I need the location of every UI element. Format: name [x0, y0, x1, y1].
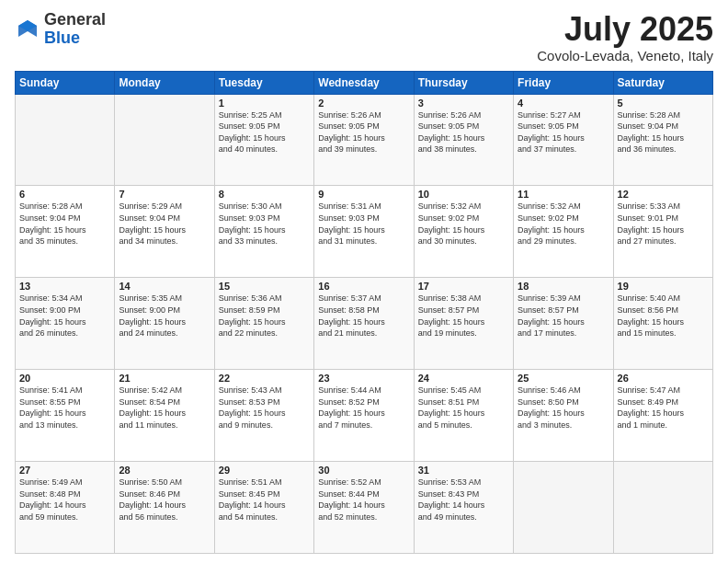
day-info: Sunrise: 5:45 AM Sunset: 8:51 PM Dayligh… [418, 385, 509, 431]
calendar-cell: 22Sunrise: 5:43 AM Sunset: 8:53 PM Dayli… [214, 370, 313, 462]
calendar-cell: 8Sunrise: 5:30 AM Sunset: 9:03 PM Daylig… [214, 186, 313, 278]
day-info: Sunrise: 5:52 AM Sunset: 8:44 PM Dayligh… [318, 477, 409, 523]
day-number: 8 [219, 189, 310, 200]
day-number: 4 [518, 98, 609, 109]
day-info: Sunrise: 5:30 AM Sunset: 9:03 PM Dayligh… [219, 201, 310, 247]
day-info: Sunrise: 5:46 AM Sunset: 8:50 PM Dayligh… [518, 385, 609, 431]
day-info: Sunrise: 5:39 AM Sunset: 8:57 PM Dayligh… [518, 293, 609, 339]
day-number: 15 [219, 281, 310, 292]
calendar-cell: 3Sunrise: 5:26 AM Sunset: 9:05 PM Daylig… [414, 94, 513, 186]
day-info: Sunrise: 5:43 AM Sunset: 8:53 PM Dayligh… [219, 385, 310, 431]
col-thursday: Thursday [414, 71, 513, 94]
day-number: 12 [618, 189, 709, 200]
day-info: Sunrise: 5:32 AM Sunset: 9:02 PM Dayligh… [418, 201, 509, 247]
calendar-table: Sunday Monday Tuesday Wednesday Thursday… [15, 71, 713, 554]
calendar-cell: 25Sunrise: 5:46 AM Sunset: 8:50 PM Dayli… [514, 370, 613, 462]
calendar-cell [115, 94, 214, 186]
header: General Blue July 2025 Covolo-Levada, Ve… [15, 11, 713, 63]
day-info: Sunrise: 5:33 AM Sunset: 9:01 PM Dayligh… [618, 201, 709, 247]
day-number: 1 [219, 98, 310, 109]
col-tuesday: Tuesday [214, 71, 313, 94]
calendar-cell: 29Sunrise: 5:51 AM Sunset: 8:45 PM Dayli… [214, 462, 313, 554]
day-number: 14 [119, 281, 210, 292]
calendar-cell: 18Sunrise: 5:39 AM Sunset: 8:57 PM Dayli… [514, 278, 613, 370]
day-number: 20 [19, 373, 110, 384]
calendar-cell: 20Sunrise: 5:41 AM Sunset: 8:55 PM Dayli… [16, 370, 115, 462]
calendar-cell: 5Sunrise: 5:28 AM Sunset: 9:04 PM Daylig… [613, 94, 712, 186]
day-info: Sunrise: 5:40 AM Sunset: 8:56 PM Dayligh… [618, 293, 709, 339]
day-info: Sunrise: 5:29 AM Sunset: 9:04 PM Dayligh… [119, 201, 210, 247]
calendar-cell: 10Sunrise: 5:32 AM Sunset: 9:02 PM Dayli… [414, 186, 513, 278]
day-info: Sunrise: 5:38 AM Sunset: 8:57 PM Dayligh… [418, 293, 509, 339]
day-info: Sunrise: 5:26 AM Sunset: 9:05 PM Dayligh… [418, 109, 509, 155]
calendar-cell: 19Sunrise: 5:40 AM Sunset: 8:56 PM Dayli… [613, 278, 712, 370]
month-title: July 2025 [537, 11, 713, 48]
day-number: 13 [19, 281, 110, 292]
calendar-cell: 4Sunrise: 5:27 AM Sunset: 9:05 PM Daylig… [514, 94, 613, 186]
day-number: 11 [518, 189, 609, 200]
day-number: 23 [318, 373, 409, 384]
calendar-week-2: 6Sunrise: 5:28 AM Sunset: 9:04 PM Daylig… [16, 186, 713, 278]
title-block: July 2025 Covolo-Levada, Veneto, Italy [537, 11, 713, 63]
day-info: Sunrise: 5:37 AM Sunset: 8:58 PM Dayligh… [318, 293, 409, 339]
day-number: 31 [418, 465, 509, 476]
day-number: 21 [119, 373, 210, 384]
calendar-header-row: Sunday Monday Tuesday Wednesday Thursday… [16, 71, 713, 94]
calendar-week-5: 27Sunrise: 5:49 AM Sunset: 8:48 PM Dayli… [16, 462, 713, 554]
calendar-cell: 17Sunrise: 5:38 AM Sunset: 8:57 PM Dayli… [414, 278, 513, 370]
calendar-cell: 23Sunrise: 5:44 AM Sunset: 8:52 PM Dayli… [314, 370, 414, 462]
day-number: 29 [219, 465, 310, 476]
col-friday: Friday [514, 71, 613, 94]
day-info: Sunrise: 5:25 AM Sunset: 9:05 PM Dayligh… [219, 109, 310, 155]
calendar-cell: 31Sunrise: 5:53 AM Sunset: 8:43 PM Dayli… [414, 462, 513, 554]
logo-general: General [44, 10, 106, 29]
logo-blue: Blue [44, 29, 80, 47]
calendar-week-1: 1Sunrise: 5:25 AM Sunset: 9:05 PM Daylig… [16, 94, 713, 186]
day-number: 2 [318, 98, 409, 109]
day-info: Sunrise: 5:41 AM Sunset: 8:55 PM Dayligh… [19, 385, 110, 431]
calendar-cell: 26Sunrise: 5:47 AM Sunset: 8:49 PM Dayli… [613, 370, 712, 462]
day-info: Sunrise: 5:44 AM Sunset: 8:52 PM Dayligh… [318, 385, 409, 431]
day-number: 24 [418, 373, 509, 384]
day-number: 25 [518, 373, 609, 384]
calendar-cell: 15Sunrise: 5:36 AM Sunset: 8:59 PM Dayli… [214, 278, 313, 370]
day-number: 18 [518, 281, 609, 292]
calendar-week-4: 20Sunrise: 5:41 AM Sunset: 8:55 PM Dayli… [16, 370, 713, 462]
day-info: Sunrise: 5:32 AM Sunset: 9:02 PM Dayligh… [518, 201, 609, 247]
col-saturday: Saturday [613, 71, 712, 94]
calendar-cell: 24Sunrise: 5:45 AM Sunset: 8:51 PM Dayli… [414, 370, 513, 462]
col-sunday: Sunday [16, 71, 115, 94]
day-info: Sunrise: 5:49 AM Sunset: 8:48 PM Dayligh… [19, 477, 110, 523]
calendar-cell: 9Sunrise: 5:31 AM Sunset: 9:03 PM Daylig… [314, 186, 414, 278]
calendar-cell: 1Sunrise: 5:25 AM Sunset: 9:05 PM Daylig… [214, 94, 313, 186]
calendar-cell: 13Sunrise: 5:34 AM Sunset: 9:00 PM Dayli… [16, 278, 115, 370]
calendar-cell: 11Sunrise: 5:32 AM Sunset: 9:02 PM Dayli… [514, 186, 613, 278]
day-info: Sunrise: 5:35 AM Sunset: 9:00 PM Dayligh… [119, 293, 210, 339]
day-info: Sunrise: 5:31 AM Sunset: 9:03 PM Dayligh… [318, 201, 409, 247]
day-number: 3 [418, 98, 509, 109]
calendar-cell: 2Sunrise: 5:26 AM Sunset: 9:05 PM Daylig… [314, 94, 414, 186]
calendar-cell: 14Sunrise: 5:35 AM Sunset: 9:00 PM Dayli… [115, 278, 214, 370]
calendar-cell [613, 462, 712, 554]
calendar-cell: 21Sunrise: 5:42 AM Sunset: 8:54 PM Dayli… [115, 370, 214, 462]
calendar-cell: 16Sunrise: 5:37 AM Sunset: 8:58 PM Dayli… [314, 278, 414, 370]
day-number: 30 [318, 465, 409, 476]
day-number: 16 [318, 281, 409, 292]
day-info: Sunrise: 5:28 AM Sunset: 9:04 PM Dayligh… [19, 201, 110, 247]
calendar-cell: 28Sunrise: 5:50 AM Sunset: 8:46 PM Dayli… [115, 462, 214, 554]
day-number: 5 [618, 98, 709, 109]
day-info: Sunrise: 5:50 AM Sunset: 8:46 PM Dayligh… [119, 477, 210, 523]
day-number: 6 [19, 189, 110, 200]
col-monday: Monday [115, 71, 214, 94]
day-info: Sunrise: 5:42 AM Sunset: 8:54 PM Dayligh… [119, 385, 210, 431]
day-number: 22 [219, 373, 310, 384]
calendar-cell: 6Sunrise: 5:28 AM Sunset: 9:04 PM Daylig… [16, 186, 115, 278]
calendar-cell: 30Sunrise: 5:52 AM Sunset: 8:44 PM Dayli… [314, 462, 414, 554]
day-info: Sunrise: 5:51 AM Sunset: 8:45 PM Dayligh… [219, 477, 310, 523]
day-number: 26 [618, 373, 709, 384]
day-info: Sunrise: 5:53 AM Sunset: 8:43 PM Dayligh… [418, 477, 509, 523]
day-number: 19 [618, 281, 709, 292]
day-info: Sunrise: 5:27 AM Sunset: 9:05 PM Dayligh… [518, 109, 609, 155]
day-info: Sunrise: 5:26 AM Sunset: 9:05 PM Dayligh… [318, 109, 409, 155]
calendar-week-3: 13Sunrise: 5:34 AM Sunset: 9:00 PM Dayli… [16, 278, 713, 370]
